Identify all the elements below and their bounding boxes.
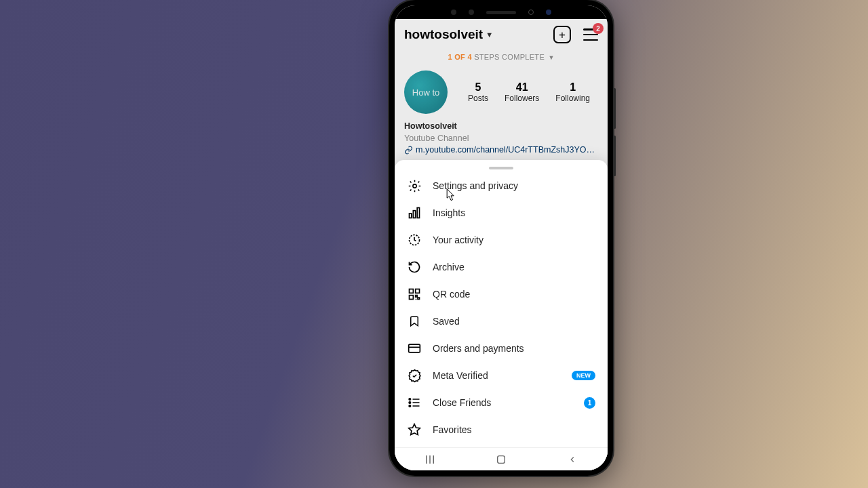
chevron-down-icon: ▼ [486, 30, 493, 39]
menu-bottom-sheet: Settings and privacy Insights Your activ… [395, 160, 608, 470]
bookmark-icon [407, 314, 422, 329]
bio-link[interactable]: m.youtube.com/channel/UC4rTTBmZshJ3YOANh… [404, 144, 598, 157]
bio-link-text: m.youtube.com/channel/UC4rTTBmZshJ3YOANh… [416, 144, 598, 157]
svg-point-12 [409, 405, 411, 407]
menu-item-verified[interactable]: Meta Verified NEW [395, 362, 608, 389]
menu-item-label: Archive [433, 262, 595, 272]
username-dropdown[interactable]: howtosolveit ▼ [404, 27, 493, 42]
stat-followers[interactable]: 41 Followers [505, 81, 539, 103]
sheet-handle[interactable] [489, 167, 513, 169]
stat-posts[interactable]: 5 Posts [468, 81, 488, 103]
nav-recents-button[interactable] [410, 453, 450, 466]
following-count: 1 [555, 81, 590, 94]
link-icon [404, 146, 413, 155]
display-name: Howtosolveit [404, 121, 598, 133]
posts-label: Posts [468, 94, 488, 103]
posts-count: 5 [468, 81, 488, 94]
menu-item-label: Close Friends [433, 397, 573, 408]
avatar[interactable]: How to [404, 70, 448, 114]
menu-item-label: Settings and privacy [433, 180, 595, 191]
menu-item-orders[interactable]: Orders and payments [395, 335, 608, 362]
menu-list: Settings and privacy Insights Your activ… [395, 172, 608, 470]
svg-point-10 [409, 399, 411, 401]
menu-item-activity[interactable]: Your activity [395, 226, 608, 253]
qr-icon [407, 287, 422, 302]
plus-icon: + [559, 29, 566, 41]
phone-frame: howtosolveit ▼ + 2 1 OF 4 ST [389, 0, 613, 476]
onboarding-progress[interactable]: 1 OF 4 STEPS COMPLETE ▼ [395, 49, 608, 68]
volume-down-button [614, 136, 616, 176]
menu-item-label: Saved [433, 316, 595, 327]
step-total: 4 [467, 53, 471, 61]
following-label: Following [555, 94, 590, 103]
step-of: OF [454, 53, 465, 61]
svg-point-11 [409, 402, 411, 404]
svg-rect-5 [410, 289, 414, 293]
archive-icon [407, 260, 422, 274]
svg-rect-1 [410, 214, 412, 218]
menu-item-label: Meta Verified [433, 370, 561, 381]
menu-item-settings[interactable]: Settings and privacy [395, 172, 608, 199]
phone-screen: howtosolveit ▼ + 2 1 OF 4 ST [395, 5, 608, 470]
svg-rect-3 [417, 208, 419, 218]
menu-item-label: Your activity [433, 235, 595, 245]
stat-following[interactable]: 1 Following [555, 81, 590, 103]
account-category: Youtube Channel [404, 133, 598, 145]
chart-icon [407, 205, 422, 220]
menu-item-label: Orders and payments [433, 343, 595, 354]
avatar-text: How to [412, 87, 439, 98]
chevron-down-icon: ▼ [548, 54, 554, 61]
svg-rect-8 [409, 344, 420, 352]
card-icon [407, 341, 422, 356]
menu-item-label: QR code [433, 289, 595, 300]
android-nav-bar [395, 447, 608, 470]
gear-icon [407, 178, 422, 193]
svg-marker-16 [409, 424, 420, 435]
svg-rect-23 [498, 455, 505, 463]
profile-header: howtosolveit ▼ + 2 [395, 19, 608, 49]
list-icon [407, 395, 422, 410]
menu-item-label: Insights [433, 207, 595, 218]
count-badge: 1 [584, 397, 595, 409]
activity-icon [407, 232, 422, 247]
menu-item-saved[interactable]: Saved [395, 308, 608, 335]
menu-item-favorites[interactable]: Favorites [395, 416, 608, 443]
menu-item-archive[interactable]: Archive [395, 253, 608, 281]
followers-count: 41 [505, 81, 539, 94]
status-bar [395, 5, 608, 19]
notification-badge: 2 [593, 23, 604, 34]
hamburger-menu-button[interactable]: 2 [583, 28, 598, 41]
username-text: howtosolveit [404, 27, 483, 42]
nav-back-button[interactable] [552, 453, 593, 466]
svg-rect-7 [410, 296, 414, 300]
svg-point-0 [412, 184, 416, 187]
menu-item-qr[interactable]: QR code [395, 281, 608, 308]
step-suffix: STEPS COMPLETE [474, 53, 545, 61]
create-button[interactable]: + [553, 26, 571, 43]
followers-label: Followers [505, 94, 539, 103]
svg-rect-6 [416, 289, 420, 293]
menu-item-insights[interactable]: Insights [395, 199, 608, 226]
svg-rect-2 [413, 211, 415, 218]
menu-item-close-friends[interactable]: Close Friends 1 [395, 389, 608, 416]
nav-home-button[interactable] [481, 454, 521, 465]
verified-icon [407, 368, 422, 383]
star-icon [407, 422, 422, 437]
menu-item-label: Favorites [433, 424, 595, 435]
step-current: 1 [448, 53, 452, 61]
volume-up-button [614, 88, 616, 129]
new-badge: NEW [572, 371, 595, 380]
